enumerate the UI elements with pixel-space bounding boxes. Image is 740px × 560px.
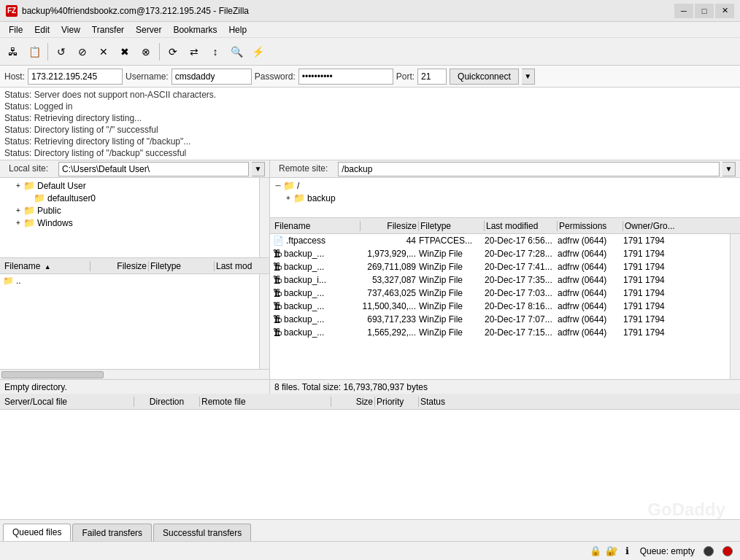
port-input[interactable] <box>417 69 447 85</box>
sync-button[interactable]: ↕ <box>205 42 226 62</box>
username-input[interactable] <box>171 69 252 85</box>
password-input[interactable] <box>298 69 393 85</box>
port-label: Port: <box>396 71 415 82</box>
host-input[interactable] <box>28 69 123 85</box>
remote-file-row[interactable]: 📄.ftpaccess 44 FTPACCES... 20-Dec-17 6:5… <box>270 234 740 247</box>
local-hscroll-thumb[interactable] <box>1 371 104 378</box>
local-file-row-dotdot[interactable]: 📁 .. <box>0 274 269 287</box>
compare-button[interactable]: ⇄ <box>184 42 204 62</box>
menu-file[interactable]: File <box>3 23 28 36</box>
log-line: Status: Server does not support non-ASCI… <box>4 89 736 101</box>
tab-successful-transfers[interactable]: Successful transfers <box>153 524 251 541</box>
col-filename[interactable]: Filename ▲ <box>3 261 90 271</box>
filter-button[interactable]: ⚡ <box>247 42 268 62</box>
col-filetype[interactable]: Filetype <box>149 261 215 271</box>
expander-icon[interactable]: + <box>13 206 23 214</box>
menu-edit[interactable]: Edit <box>28 23 55 36</box>
quickconnect-button[interactable]: Quickconnect <box>450 69 519 85</box>
local-tree-scrollbar[interactable] <box>259 178 269 257</box>
reconnect-button[interactable]: ↺ <box>51 42 72 62</box>
qcol-priority[interactable]: Priority <box>375 397 419 407</box>
remote-site-dropdown[interactable]: ▼ <box>722 162 736 176</box>
qcol-server[interactable]: Server/Local file <box>3 397 134 407</box>
file-mod: 20-Dec-17 7:41... <box>485 262 558 272</box>
col-filesize[interactable]: Filesize <box>90 261 149 271</box>
local-hscroll[interactable] <box>0 369 269 379</box>
queue-area: Server/Local file Direction Remote file … <box>0 394 740 519</box>
rcol-lastmod[interactable]: Last modified <box>485 221 558 231</box>
tree-item-default-user[interactable]: + 📁 Default User <box>1 179 268 192</box>
file-mod: 20-Dec-17 8:16... <box>485 301 558 311</box>
tree-item-public[interactable]: + 📁 Public <box>1 204 268 217</box>
rtree-item-backup[interactable]: + 📁 backup <box>271 192 739 204</box>
remote-file-row[interactable]: 🗜backup_... 737,463,025 WinZip File 20-D… <box>270 287 740 300</box>
find-button[interactable]: 🔍 <box>226 42 247 62</box>
qcol-status[interactable]: Status <box>419 397 477 407</box>
toggle-button[interactable]: 📋 <box>24 42 45 62</box>
remote-file-row[interactable]: 🗜backup_... 269,711,089 WinZip File 20-D… <box>270 260 740 273</box>
remote-file-row[interactable]: 🗜backup_... 693,717,233 WinZip File 20-D… <box>270 313 740 326</box>
tree-label: Windows <box>37 218 73 228</box>
file-type: WinZip File <box>419 327 485 338</box>
tree-item-windows[interactable]: + 📁 Windows <box>1 217 268 229</box>
remote-file-row[interactable]: 🗜backup_... 1,973,929,... WinZip File 20… <box>270 247 740 260</box>
password-label: Password: <box>255 71 296 82</box>
queue-content <box>0 410 740 519</box>
expander-icon[interactable]: ─ <box>273 182 283 190</box>
close-button[interactable]: ✕ <box>715 4 734 18</box>
remote-file-row[interactable]: 🗜backup_... 1,565,292,... WinZip File 20… <box>270 326 740 339</box>
cert-icon: 🔐 <box>605 545 618 558</box>
file-name: 🗜backup_... <box>273 314 361 324</box>
remote-file-row[interactable]: 🗜backup_... 11,500,340,... WinZip File 2… <box>270 300 740 313</box>
menu-view[interactable]: View <box>55 23 86 36</box>
file-perm: adfrw (0644) <box>558 236 623 246</box>
local-file-scrollbar[interactable] <box>259 274 269 369</box>
menu-help[interactable]: Help <box>223 23 253 36</box>
expander-icon[interactable]: + <box>13 182 23 190</box>
folder-icon: 📁 <box>293 192 305 203</box>
file-perm: adfrw (0644) <box>558 314 623 324</box>
qcol-remote[interactable]: Remote file <box>200 397 331 407</box>
file-size: 269,711,089 <box>361 262 419 272</box>
rcol-filesize[interactable]: Filesize <box>361 221 419 231</box>
menu-server[interactable]: Server <box>130 23 167 36</box>
rcol-filetype[interactable]: Filetype <box>419 221 485 231</box>
remote-tree: ─ 📁 / + 📁 backup <box>270 178 740 218</box>
rcol-owner[interactable]: Owner/Gro... <box>623 221 682 231</box>
rcol-perms[interactable]: Permissions <box>558 221 623 231</box>
tab-failed-transfers[interactable]: Failed transfers <box>72 524 152 541</box>
qcol-size[interactable]: Size <box>331 397 375 407</box>
minimize-button[interactable]: ─ <box>674 4 693 18</box>
quickconnect-dropdown[interactable]: ▼ <box>522 69 535 85</box>
folder-icon: 📁 <box>283 180 295 191</box>
file-mod: 20-Dec-17 7:35... <box>485 275 558 285</box>
remote-file-row[interactable]: 🗜backup_i... 53,327,087 WinZip File 20-D… <box>270 273 740 287</box>
local-site-input[interactable] <box>58 162 249 176</box>
cancel-button[interactable]: ✕ <box>93 42 114 62</box>
site-manager-button[interactable]: 🖧 <box>3 42 23 62</box>
remote-file-scrollbar[interactable] <box>730 234 740 379</box>
file-owner: 1791 1794 <box>623 249 682 259</box>
qcol-direction[interactable]: Direction <box>134 397 200 407</box>
tree-item-defaultuser0[interactable]: 📁 defaultuser0 <box>1 192 268 204</box>
remote-site-bar: Remote site: ▼ <box>270 160 740 178</box>
disconnect-button[interactable]: ⊘ <box>72 42 93 62</box>
cancel2-button[interactable]: ✖ <box>115 42 135 62</box>
username-label: Username: <box>126 71 169 82</box>
remote-site-input[interactable] <box>338 162 720 176</box>
refresh-button[interactable]: ⟳ <box>163 42 183 62</box>
stop-button[interactable]: ⊗ <box>136 42 156 62</box>
toolbar-group-3: ⟳ ⇄ ↕ 🔍 ⚡ <box>163 42 268 62</box>
local-site-dropdown[interactable]: ▼ <box>252 162 265 176</box>
maximize-button[interactable]: □ <box>695 4 714 18</box>
file-perm: adfrw (0644) <box>558 275 623 285</box>
rcol-filename[interactable]: Filename <box>273 221 361 231</box>
file-perm: adfrw (0644) <box>558 262 623 272</box>
tab-queued-files[interactable]: Queued files <box>3 524 71 541</box>
rtree-item-root[interactable]: ─ 📁 / <box>271 179 739 192</box>
expander-icon[interactable]: + <box>283 194 293 202</box>
menu-bookmarks[interactable]: Bookmarks <box>167 23 223 36</box>
folder-icon: 📁 <box>3 276 14 286</box>
menu-transfer[interactable]: Transfer <box>86 23 130 36</box>
expander-icon[interactable]: + <box>13 219 23 227</box>
